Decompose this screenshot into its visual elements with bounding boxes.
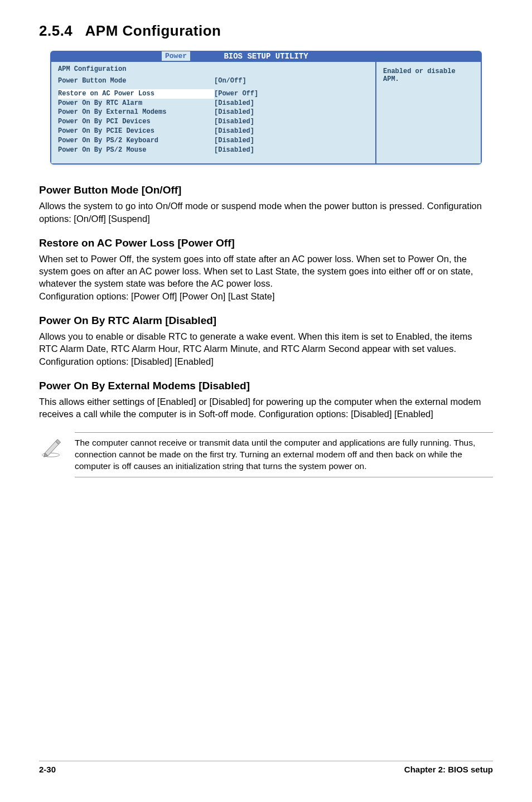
note-block: The computer cannot receive or transmit … xyxy=(39,432,493,477)
note-text: The computer cannot receive or transmit … xyxy=(75,432,493,477)
footer-chapter: Chapter 2: BIOS setup xyxy=(404,765,493,774)
bios-left-pane: APM Configuration Power Button Mode[On/O… xyxy=(50,61,376,165)
bios-setting-value: [Disabled] xyxy=(214,117,254,127)
bios-setting-value: [Disabled] xyxy=(214,99,254,108)
bios-setting-value: [Disabled] xyxy=(214,136,254,146)
bios-setting-label: Power On By RTC Alarm xyxy=(58,99,214,108)
bios-setting-value: [Disabled] xyxy=(214,146,254,155)
section-heading: 2.5.4 APM Configuration xyxy=(39,22,493,40)
body-text: When set to Power Off, the system goes i… xyxy=(39,253,493,302)
sub-heading: Power On By External Modems [Disabled] xyxy=(39,380,493,392)
bios-setting-value: [Disabled] xyxy=(214,127,254,136)
bios-setting-row: Power On By RTC Alarm[Disabled] xyxy=(58,99,369,108)
bios-header-title: BIOS SETUP UTILITY xyxy=(224,52,308,61)
bios-body: APM Configuration Power Button Mode[On/O… xyxy=(50,61,482,165)
bios-setting-row: Power On By PS/2 Mouse[Disabled] xyxy=(58,146,369,155)
footer-page-number: 2-30 xyxy=(39,765,56,774)
bios-setting-row: Power On By PCIE Devices[Disabled] xyxy=(58,127,369,136)
sub-heading: Power Button Mode [On/Off] xyxy=(39,184,493,196)
bios-setting-label: Power On By PS/2 Mouse xyxy=(58,146,214,155)
sub-heading: Power On By RTC Alarm [Disabled] xyxy=(39,315,493,327)
body-text: Allows the system to go into On/Off mode… xyxy=(39,200,493,225)
bios-setting-label: Power Button Mode xyxy=(58,76,214,86)
bios-setting-row: Power On By PS/2 Keyboard[Disabled] xyxy=(58,136,369,146)
bios-setting-label: Power On By External Modems xyxy=(58,108,214,117)
bios-setting-row: Power Button Mode[On/Off] xyxy=(58,76,369,86)
bios-setting-value: [Power Off] xyxy=(214,89,258,99)
bios-setting-value: [Disabled] xyxy=(214,108,254,117)
section-title: APM Configuration xyxy=(85,22,221,39)
bios-screenshot: BIOS SETUP UTILITY Power APM Configurati… xyxy=(50,51,482,165)
bios-help-text: Enabled or disable APM. xyxy=(383,67,456,83)
page-footer: 2-30 Chapter 2: BIOS setup xyxy=(39,761,493,774)
bios-tab-power: Power xyxy=(162,51,190,61)
bios-setting-value: [On/Off] xyxy=(214,76,246,86)
bios-setting-row: Power On By External Modems[Disabled] xyxy=(58,108,369,117)
bios-setting-label: Power On By PS/2 Keyboard xyxy=(58,136,214,146)
bios-setting-row: Restore on AC Power Loss[Power Off] xyxy=(58,89,369,99)
bios-setting-row: Power On By PCI Devices[Disabled] xyxy=(58,117,369,127)
sub-heading: Restore on AC Power Loss [Power Off] xyxy=(39,237,493,249)
bios-header: BIOS SETUP UTILITY Power xyxy=(50,51,482,61)
bios-setting-label: Power On By PCI Devices xyxy=(58,117,214,127)
bios-setting-label: Power On By PCIE Devices xyxy=(58,127,214,136)
body-text: This allows either settings of [Enabled]… xyxy=(39,395,493,421)
bios-config-heading: APM Configuration xyxy=(58,65,369,73)
pencil-note-icon xyxy=(39,432,66,477)
body-text: Allows you to enable or disable RTC to g… xyxy=(39,330,493,368)
bios-setting-label: Restore on AC Power Loss xyxy=(58,89,214,99)
section-number: 2.5.4 xyxy=(39,22,72,39)
bios-help-pane: Enabled or disable APM. xyxy=(376,61,482,165)
